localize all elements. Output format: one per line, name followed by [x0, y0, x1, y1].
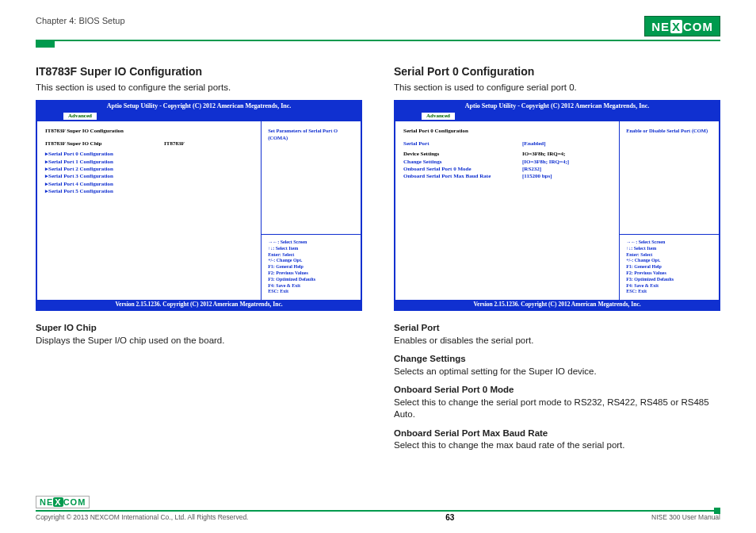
section-title: Serial Port 0 Configuration — [394, 65, 720, 78]
desc-item: Onboard Serial Port Max Baud RateSelect … — [394, 428, 720, 452]
bios-row-label: Serial Port 0 Configuration — [48, 151, 167, 158]
desc-text: Displays the Super I/O chip used on the … — [36, 336, 224, 345]
desc-heading: Serial Port — [394, 322, 720, 335]
page-footer: NEXCOM Copyright © 2013 NEXCOM Internati… — [36, 494, 720, 522]
bios-key-hint: →←: Select Screen — [268, 240, 354, 246]
bios-row-label: Serial Port 5 Configuration — [48, 188, 167, 195]
bios-key-hint: F4: Save & Exit — [626, 283, 712, 290]
descriptions: Super IO ChipDisplays the Super I/O chip… — [36, 322, 362, 347]
desc-item: Serial PortEnables or disables the seria… — [394, 322, 720, 347]
bios-keyhelp: →←: Select Screen↑↓: Select ItemEnter: S… — [620, 235, 719, 300]
desc-text: Selects an optimal setting for the Super… — [394, 366, 597, 376]
bios-row-value: [IO=3F8h; IRQ=4;] — [522, 159, 569, 166]
bios-row: Serial Port[Enabled] — [403, 140, 611, 148]
bios-row-value: IT8783F — [164, 140, 185, 148]
bios-row: IT8783F Super IO Configuration — [45, 128, 253, 135]
bios-key-hint: Enter: Select — [626, 252, 712, 259]
bios-title: Aptio Setup Utility - Copyright (C) 2012… — [395, 102, 719, 112]
bios-key-hint: ESC: Exit — [626, 289, 712, 295]
bios-row[interactable]: Serial Port 3 Configuration — [45, 173, 253, 180]
manual-name: NISE 300 User Manual — [651, 513, 720, 522]
bios-row[interactable]: Serial Port 1 Configuration — [45, 159, 253, 166]
bios-row-label: Device Settings — [403, 151, 522, 158]
bios-tab-advanced[interactable]: Advanced — [63, 112, 97, 121]
bios-row[interactable]: Serial Port 0 Configuration — [45, 151, 253, 158]
bios-row: Onboard Serial Port 0 Mode[RS232] — [403, 166, 611, 173]
bios-row: Change Settings[IO=3F8h; IRQ=4;] — [403, 159, 611, 166]
bios-help: Enable or Disable Serial Port (COM) — [620, 121, 719, 235]
bios-key-hint: F1: General Help — [268, 264, 354, 270]
footer-rule — [36, 510, 720, 512]
desc-heading: Onboard Serial Port Max Baud Rate — [394, 428, 720, 440]
bios-row-label: Change Settings — [403, 159, 522, 166]
descriptions: Serial PortEnables or disables the seria… — [394, 322, 720, 452]
desc-text: Enables or disables the serial port. — [394, 336, 533, 345]
section-subtitle: This section is used to configure the se… — [36, 82, 362, 92]
footer-logo: NEXCOM — [36, 496, 90, 508]
bios-key-hint: ↑↓: Select Item — [626, 246, 712, 252]
logo: NEXCOM — [644, 16, 720, 36]
bios-row-label: Onboard Serial Port 0 Mode — [403, 166, 522, 173]
bios-row: IT8783F Super IO ChipIT8783F — [45, 140, 253, 148]
desc-text: Select this to change the serial port mo… — [394, 397, 709, 420]
desc-text: Select this to change the max baud rate … — [394, 440, 625, 450]
desc-item: Super IO ChipDisplays the Super I/O chip… — [36, 322, 362, 347]
bios-key-hint: F4: Save & Exit — [268, 283, 354, 290]
bios-row-label: Serial Port — [403, 140, 522, 148]
bios-row-label: IT8783F Super IO Chip — [45, 140, 164, 148]
bios-footer: Version 2.15.1236. Copyright (C) 2012 Am… — [37, 300, 361, 309]
bios-menubar: Advanced — [395, 112, 719, 121]
chapter-label: Chapter 4: BIOS Setup — [36, 16, 125, 25]
bios-row-label: Serial Port 4 Configuration — [48, 181, 167, 188]
bios-row-value: [RS232] — [522, 166, 541, 173]
bios-main: IT8783F Super IO ConfigurationIT8783F Su… — [37, 121, 262, 300]
bios-row-value: IO=3F8h; IRQ=4; — [522, 151, 565, 158]
section-subtitle: This section is used to configure serial… — [394, 82, 720, 92]
bios-footer: Version 2.15.1236. Copyright (C) 2012 Am… — [395, 300, 719, 309]
right-column: Serial Port 0 Configuration This section… — [394, 65, 720, 458]
bios-row-label: Serial Port 3 Configuration — [48, 173, 167, 180]
bios-key-hint: F3: Optimized Defaults — [268, 277, 354, 283]
bios-key-hint: F2: Previous Values — [626, 270, 712, 277]
tab-mark — [36, 41, 55, 48]
bios-row[interactable]: Serial Port 4 Configuration — [45, 181, 253, 188]
bios-menubar: Advanced — [37, 112, 361, 121]
bios-key-hint: +/-: Change Opt. — [268, 258, 354, 264]
bios-row: Serial Port 0 Configuration — [403, 128, 611, 135]
bios-key-hint: ↑↓: Select Item — [268, 246, 354, 252]
bios-row-label: Onboard Serial Port Max Baud Rate — [403, 173, 522, 180]
bios-key-hint: →←: Select Screen — [626, 240, 712, 246]
bios-tab-advanced[interactable]: Advanced — [421, 112, 456, 121]
bios-row-value: [115200 bps] — [522, 173, 552, 180]
section-title: IT8783F Super IO Configuration — [36, 65, 362, 78]
bios-help: Set Parameters of Serial Port O (COMA) — [262, 121, 361, 235]
bios-key-hint: +/-: Change Opt. — [626, 258, 712, 264]
bios-panel-left: Aptio Setup Utility - Copyright (C) 2012… — [36, 100, 362, 311]
bios-row-value: [Enabled] — [522, 140, 546, 148]
header-rule — [36, 40, 720, 41]
bios-panel-right: Aptio Setup Utility - Copyright (C) 2012… — [394, 100, 720, 311]
copyright: Copyright © 2013 NEXCOM International Co… — [36, 513, 248, 522]
page-number: 63 — [445, 513, 454, 522]
desc-heading: Onboard Serial Port 0 Mode — [394, 384, 720, 397]
bios-main: Serial Port 0 ConfigurationSerial Port[E… — [395, 121, 620, 300]
bios-key-hint: F1: General Help — [626, 264, 712, 270]
bios-key-hint: F3: Optimized Defaults — [626, 277, 712, 283]
desc-heading: Super IO Chip — [36, 322, 362, 335]
left-column: IT8783F Super IO Configuration This sect… — [36, 65, 362, 458]
desc-item: Onboard Serial Port 0 ModeSelect this to… — [394, 384, 720, 421]
bios-title: Aptio Setup Utility - Copyright (C) 2012… — [37, 102, 361, 112]
bios-row-label: Serial Port 0 Configuration — [403, 128, 522, 135]
bios-row: Device SettingsIO=3F8h; IRQ=4; — [403, 151, 611, 158]
bios-row-label: IT8783F Super IO Configuration — [45, 128, 164, 135]
bios-key-hint: F2: Previous Values — [268, 270, 354, 277]
bios-row: Onboard Serial Port Max Baud Rate[115200… — [403, 173, 611, 180]
bios-row-label: Serial Port 1 Configuration — [48, 159, 167, 166]
bios-keyhelp: →←: Select Screen↑↓: Select ItemEnter: S… — [262, 235, 361, 300]
bios-row-label: Serial Port 2 Configuration — [48, 166, 167, 173]
desc-heading: Change Settings — [394, 353, 720, 366]
bios-key-hint: ESC: Exit — [268, 289, 354, 295]
desc-item: Change SettingsSelects an optimal settin… — [394, 353, 720, 378]
bios-row[interactable]: Serial Port 2 Configuration — [45, 166, 253, 173]
bios-row[interactable]: Serial Port 5 Configuration — [45, 188, 253, 195]
